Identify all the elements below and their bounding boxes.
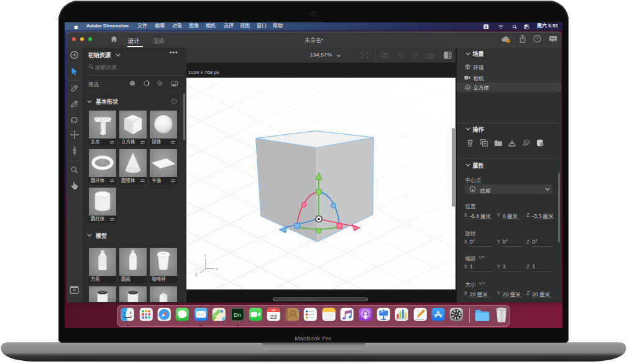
svg-text:JUN: JUN	[272, 309, 276, 312]
svg-text:!: !	[508, 39, 509, 43]
svg-text:Z: Z	[195, 273, 198, 276]
svg-text:?: ?	[173, 99, 175, 102]
svg-text:“: “	[417, 309, 419, 313]
svg-text:Y: Y	[204, 254, 206, 258]
svg-text:?: ?	[536, 36, 538, 42]
svg-text:X: X	[216, 267, 218, 271]
svg-text:22: 22	[270, 313, 277, 320]
svg-text:Dn: Dn	[234, 312, 242, 318]
